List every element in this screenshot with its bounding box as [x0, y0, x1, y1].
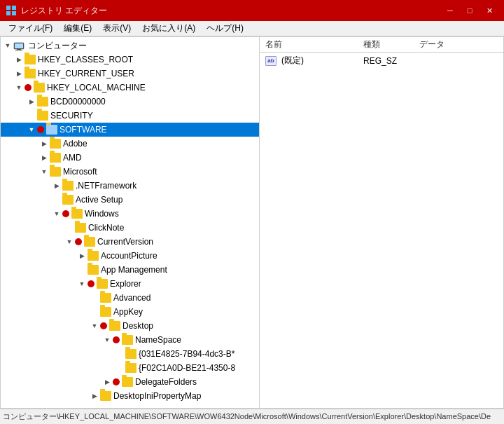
red-dot-icon [100, 322, 107, 329]
tree-item-adobe[interactable]: ▶ Adobe [1, 137, 259, 151]
folder-icon [34, 83, 45, 93]
tree-item-amd[interactable]: ▶ AMD [1, 151, 259, 165]
menu-favorites[interactable]: お気に入り(A) [136, 21, 201, 36]
tree-item-namespace[interactable]: ▼ NameSpace [1, 333, 259, 347]
tree-item-bcd[interactable]: ▶ BCD00000000 [1, 95, 259, 109]
tree-label-desktop: Desktop [122, 321, 153, 331]
folder-icon [62, 195, 74, 205]
expand-icon[interactable] [114, 362, 125, 374]
tree-item-hkcr[interactable]: ▶ HKEY_CLASSES_ROOT [1, 53, 259, 67]
expand-icon[interactable]: ▶ [102, 376, 113, 388]
tree-label-adobe: Adobe [63, 139, 88, 149]
expand-icon[interactable]: ▼ [51, 208, 62, 219]
tree-item-guid1[interactable]: {031E4825-7B94-4dc3-B* [1, 347, 259, 361]
folder-icon [24, 69, 36, 78]
expand-icon[interactable]: ▼ [102, 334, 113, 346]
expand-icon[interactable] [89, 292, 100, 303]
tree-item-advanced[interactable]: Advanced [1, 291, 259, 305]
tree-item-delegatefolders[interactable]: ▶ DelegateFolders [1, 375, 259, 389]
tree-item-desktop[interactable]: ▼ Desktop [1, 319, 259, 333]
maximize-button[interactable]: □ [461, 4, 479, 18]
red-dot-icon [75, 238, 82, 245]
tree-item-software[interactable]: ▼ SOFTWARE [1, 123, 259, 137]
tree-item-appmanagement[interactable]: App Management [1, 263, 259, 277]
folder-icon [46, 125, 57, 135]
menu-help[interactable]: ヘルプ(H) [201, 21, 249, 36]
tree-item-netframework[interactable]: ▶ .NETFramework [1, 179, 259, 193]
folder-icon [100, 307, 111, 317]
expand-icon[interactable]: ▼ [89, 320, 100, 331]
tree-item-hklm[interactable]: ▼ HKEY_LOCAL_MACHINE [1, 81, 259, 95]
menu-edit[interactable]: 編集(E) [58, 21, 97, 36]
folder-icon [75, 223, 86, 233]
expand-icon[interactable] [26, 110, 37, 121]
tree-item-appkey[interactable]: AppKey [1, 305, 259, 319]
expand-icon[interactable]: ▼ [76, 278, 88, 289]
folder-icon [71, 209, 83, 219]
tree-pane[interactable]: ▼ コンピューター ▶ HKEY_CLASSES_ROOT ▶ HKEY_CUR… [1, 37, 260, 408]
folder-icon [50, 167, 61, 177]
expand-icon[interactable] [51, 194, 62, 205]
expand-icon[interactable]: ▶ [38, 152, 50, 163]
tree-label-accountpicture: AccountPicture [101, 251, 158, 261]
detail-row[interactable]: ab (既定) REG_SZ [260, 53, 503, 69]
tree-item-guid2[interactable]: {F02C1A0D-BE21-4350-8 [1, 361, 259, 375]
close-button[interactable]: ✕ [480, 4, 498, 18]
ab-icon: ab [265, 56, 276, 66]
tree-label-guid2: {F02C1A0D-BE21-4350-8 [139, 363, 235, 373]
tree-label-security: SECURITY [50, 111, 93, 121]
menu-view[interactable]: 表示(V) [97, 21, 136, 36]
red-dot-icon [113, 378, 120, 385]
folder-icon [88, 265, 99, 275]
menu-file[interactable]: ファイル(F) [3, 21, 58, 36]
expand-icon[interactable]: ▶ [26, 96, 37, 107]
detail-row-type: REG_SZ [363, 56, 419, 66]
tree-item-activesetup[interactable]: Active Setup [1, 193, 259, 207]
expand-icon[interactable]: ▶ [89, 390, 100, 402]
minimize-button[interactable]: ─ [441, 4, 459, 18]
expand-icon[interactable]: ▶ [51, 180, 62, 191]
tree-label-appmanagement: App Management [101, 265, 167, 275]
tree-label-amd: AMD [63, 153, 82, 163]
tree-label-activesetup: Active Setup [76, 195, 122, 205]
expand-icon[interactable]: ▼ [38, 166, 50, 177]
folder-icon [37, 97, 48, 107]
expand-icon[interactable]: ▼ [26, 124, 37, 135]
expand-icon[interactable]: ▶ [38, 138, 50, 149]
tree-label-computer: コンピューター [28, 40, 87, 52]
tree-label-software: SOFTWARE [59, 125, 107, 135]
status-bar: コンピューター\HKEY_LOCAL_MACHINE\SOFTWARE\WOW6… [0, 409, 504, 424]
tree-item-hkcu[interactable]: ▶ HKEY_CURRENT_USER [1, 67, 259, 81]
svg-rect-3 [12, 11, 16, 15]
menu-bar: ファイル(F) 編集(E) 表示(V) お気に入り(A) ヘルプ(H) [0, 21, 504, 36]
tree-item-clicknote[interactable]: ClickNote [1, 221, 259, 235]
expand-icon[interactable] [64, 222, 75, 233]
expand-icon[interactable] [89, 306, 100, 317]
folder-icon [50, 139, 61, 149]
detail-header: 名前 種類 データ [260, 37, 503, 53]
tree-item-security[interactable]: SECURITY [1, 109, 259, 123]
folder-icon [109, 321, 120, 331]
red-dot-icon [24, 84, 31, 91]
tree-item-explorer[interactable]: ▼ Explorer [1, 277, 259, 291]
tree-item-desktopini[interactable]: ▶ DesktopIniPropertyMap [1, 389, 259, 403]
expand-icon[interactable]: ▶ [13, 68, 24, 79]
tree-item-accountpicture[interactable]: ▶ AccountPicture [1, 249, 259, 263]
tree-item-microsoft[interactable]: ▼ Microsoft [1, 165, 259, 179]
expand-icon[interactable]: ▼ [64, 236, 75, 247]
expand-icon[interactable] [76, 264, 88, 275]
tree-label-delegatefolders: DelegateFolders [135, 377, 197, 387]
tree-label-advanced: Advanced [113, 293, 150, 303]
expand-icon[interactable]: ▶ [76, 250, 88, 261]
tree-item-windows[interactable]: ▼ Windows [1, 207, 259, 221]
tree-item-computer[interactable]: ▼ コンピューター [1, 39, 259, 53]
tree-label-namespace: NameSpace [135, 335, 181, 345]
expand-icon[interactable]: ▼ [13, 82, 24, 93]
expand-icon[interactable] [114, 348, 125, 360]
tree-item-currentversion[interactable]: ▼ CurrentVersion [1, 235, 259, 249]
folder-icon [122, 335, 133, 345]
expand-icon[interactable]: ▶ [13, 54, 24, 65]
expand-icon[interactable]: ▼ [2, 40, 13, 51]
red-dot-icon [113, 336, 120, 343]
title-bar: レジストリ エディター ─ □ ✕ [0, 0, 504, 21]
